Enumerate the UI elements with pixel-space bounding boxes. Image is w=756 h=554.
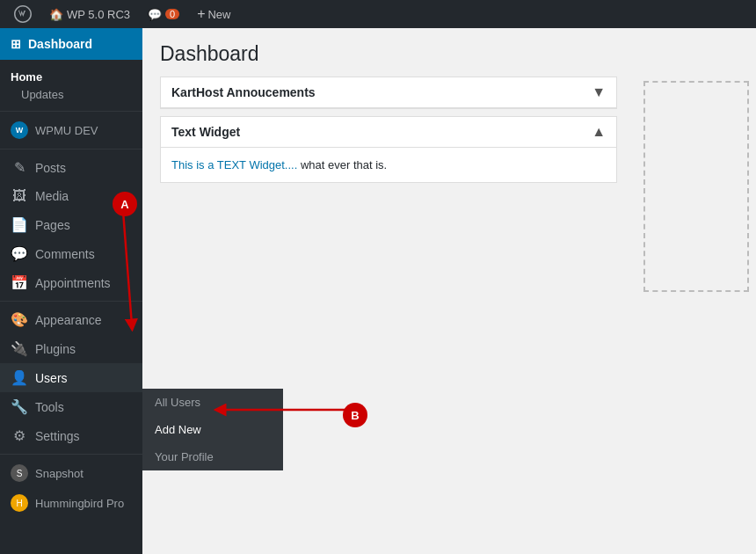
posts-icon: ✎ bbox=[11, 159, 28, 176]
sidebar-item-posts[interactable]: ✎ Posts bbox=[0, 153, 142, 182]
page-title: Dashboard bbox=[142, 28, 756, 77]
settings-label: Settings bbox=[35, 429, 80, 443]
annotation-b: B bbox=[343, 403, 367, 427]
comments-nav-icon: 💬 bbox=[11, 245, 28, 262]
appearance-label: Appearance bbox=[35, 313, 102, 327]
users-label: Users bbox=[35, 371, 68, 385]
sidebar-item-dashboard[interactable]: ⊞ Dashboard bbox=[0, 28, 142, 60]
posts-label: Posts bbox=[35, 161, 66, 175]
home-icon: 🏠 bbox=[49, 8, 63, 21]
sidebar-item-updates[interactable]: Updates bbox=[0, 85, 142, 104]
sidebar-item-tools[interactable]: 🔧 Tools bbox=[0, 392, 142, 421]
sidebar-item-users[interactable]: 👤 Users bbox=[0, 363, 142, 392]
sidebar: ⊞ Dashboard Home Updates W WPMU DEV ✎ Po… bbox=[0, 28, 142, 554]
karthost-collapse-icon[interactable]: ▼ bbox=[592, 84, 606, 100]
sidebar-item-plugins[interactable]: 🔌 Plugins bbox=[0, 334, 142, 363]
users-add-new[interactable]: Add New bbox=[142, 416, 283, 443]
settings-icon: ⚙ bbox=[11, 427, 28, 444]
site-name: WP 5.0 RC3 bbox=[67, 8, 130, 21]
tools-label: Tools bbox=[35, 400, 64, 414]
admin-bar: 🏠 WP 5.0 RC3 💬 0 + New bbox=[0, 0, 756, 28]
new-label: New bbox=[207, 8, 230, 21]
plus-icon: + bbox=[197, 6, 205, 22]
wpmu-icon: W bbox=[11, 121, 28, 139]
divider-3 bbox=[0, 301, 142, 302]
text-widget-collapse-icon[interactable]: ▲ bbox=[592, 124, 606, 140]
users-icon: 👤 bbox=[11, 369, 28, 386]
sidebar-item-comments[interactable]: 💬 Comments bbox=[0, 239, 142, 268]
sidebar-item-appointments[interactable]: 📅 Appointments bbox=[0, 268, 142, 297]
appointments-icon: 📅 bbox=[11, 274, 28, 291]
text-widget-title: Text Widget bbox=[171, 125, 240, 139]
sidebar-item-appearance[interactable]: 🎨 Appearance bbox=[0, 305, 142, 334]
site-name-menu[interactable]: 🏠 WP 5.0 RC3 bbox=[42, 0, 137, 28]
karthost-widget-title: KartHost Annoucements bbox=[171, 85, 316, 99]
pages-label: Pages bbox=[35, 218, 70, 232]
comments-icon: 💬 bbox=[148, 8, 162, 21]
comments-label: Comments bbox=[35, 247, 95, 261]
appearance-icon: 🎨 bbox=[11, 311, 28, 328]
new-content-menu[interactable]: + New bbox=[190, 0, 237, 28]
text-widget-body: This is a TEXT Widget.... what ever that… bbox=[161, 148, 616, 182]
comments-menu[interactable]: 💬 0 bbox=[141, 0, 186, 28]
main-content: Dashboard KartHost Annoucements ▼ Text W… bbox=[142, 28, 756, 554]
hummingbird-icon: H bbox=[11, 494, 28, 512]
comments-count: 0 bbox=[165, 9, 179, 19]
sidebar-item-hummingbird[interactable]: H Hummingbird Pro bbox=[0, 488, 142, 518]
snapshot-label: Snapshot bbox=[35, 467, 84, 480]
plugins-label: Plugins bbox=[35, 342, 76, 356]
media-icon: 🖼 bbox=[11, 188, 28, 204]
divider-2 bbox=[0, 149, 142, 149]
tools-icon: 🔧 bbox=[11, 398, 28, 415]
dashboard-icon: ⊞ bbox=[11, 37, 21, 51]
home-section: Home Updates bbox=[0, 60, 142, 107]
divider-4 bbox=[0, 454, 142, 455]
wpmu-label: WPMU DEV bbox=[35, 124, 98, 137]
layout: ⊞ Dashboard Home Updates W WPMU DEV ✎ Po… bbox=[0, 28, 756, 554]
plugins-icon: 🔌 bbox=[11, 340, 28, 357]
annotation-a: A bbox=[113, 192, 137, 216]
wp-logo-menu[interactable] bbox=[7, 0, 39, 28]
widget-text-part2: what ever that is. bbox=[301, 158, 387, 171]
widget-text-part1: This is a TEXT Widget.... bbox=[171, 158, 301, 171]
appointments-label: Appointments bbox=[35, 276, 111, 290]
karthost-widget: KartHost Annoucements ▼ bbox=[160, 77, 617, 109]
karthost-widget-header[interactable]: KartHost Annoucements ▼ bbox=[161, 77, 616, 108]
media-label: Media bbox=[35, 189, 69, 203]
text-widget-header[interactable]: Text Widget ▲ bbox=[161, 117, 616, 148]
users-your-profile[interactable]: Your Profile bbox=[142, 443, 283, 470]
snapshot-icon: S bbox=[11, 464, 28, 482]
divider-1 bbox=[0, 111, 142, 112]
hummingbird-label: Hummingbird Pro bbox=[35, 497, 124, 510]
dashboard-label: Dashboard bbox=[28, 37, 92, 51]
users-all-users[interactable]: All Users bbox=[142, 389, 283, 416]
pages-icon: 📄 bbox=[11, 216, 28, 233]
dashed-placeholder bbox=[643, 81, 749, 292]
home-label: Home bbox=[0, 67, 142, 85]
text-widget: Text Widget ▲ This is a TEXT Widget.... … bbox=[160, 116, 617, 183]
sidebar-item-settings[interactable]: ⚙ Settings bbox=[0, 421, 142, 450]
users-submenu: All Users Add New Your Profile bbox=[142, 389, 283, 470]
sidebar-item-wpmu[interactable]: W WPMU DEV bbox=[0, 115, 142, 145]
sidebar-item-snapshot[interactable]: S Snapshot bbox=[0, 458, 142, 488]
